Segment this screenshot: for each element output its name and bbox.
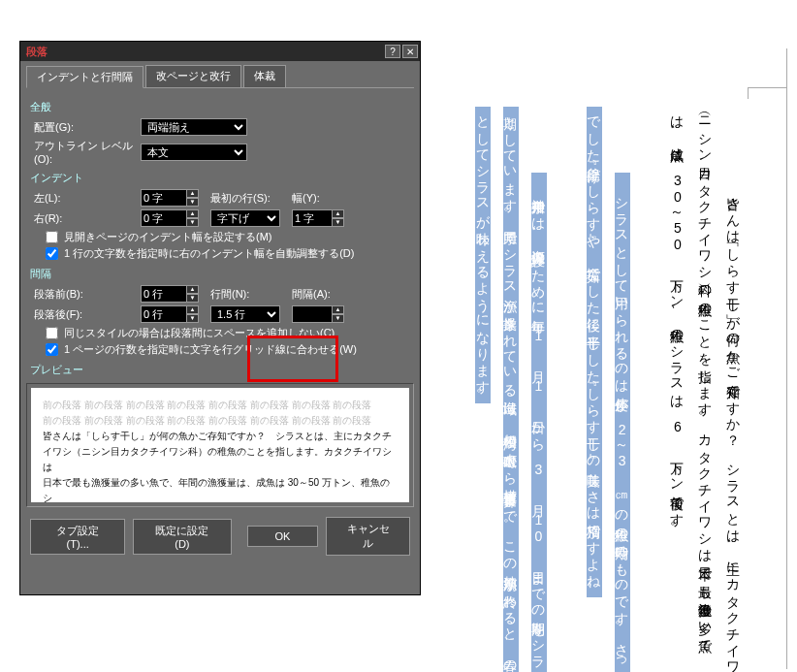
tabset-button[interactable]: タブ設定(T)... [30, 519, 125, 555]
preview-area: 前の段落 前の段落 前の段落 前の段落 前の段落 前の段落 前の段落 前の段落 … [26, 383, 414, 507]
autoadjust-checkbox[interactable] [46, 247, 58, 260]
width-label: 幅(Y): [292, 191, 362, 206]
autoadjust-label: 1 行の文字数を指定時に右のインデント幅を自動調整する(D) [64, 246, 354, 261]
after-spin[interactable]: ▲▼ [141, 305, 199, 323]
align-select[interactable]: 両端揃え [141, 118, 247, 136]
tab-indent[interactable]: インデントと行間隔 [26, 66, 143, 88]
paragraph-2-selected: シラスとして用いられるのは体長が 2～3 ㎝の稚魚の時期のものです。さっと塩茹で… [587, 107, 630, 672]
document-body[interactable]: 皆さんは「しらす干し」が何の魚かご存知ですか？ シラスとは、主にカタクチイワシ（… [441, 107, 775, 672]
dialog-title: 段落 [26, 45, 383, 59]
gridalign-label: 1 ページの行数を指定時に文字を行グリッド線に合わせる(W) [64, 342, 357, 357]
line-spacing-label: 行間(N): [210, 287, 280, 302]
gap-input[interactable] [292, 305, 333, 323]
preview-content: 前の段落 前の段落 前の段落 前の段落 前の段落 前の段落 前の段落 前の段落 … [31, 388, 409, 502]
default-button[interactable]: 既定に設定(D) [133, 519, 231, 555]
page-corner [748, 87, 786, 99]
spacing-group-label: 間隔 [30, 267, 410, 281]
indent-group-label: インデント [30, 171, 410, 185]
indent-left-label: 左(L): [34, 191, 141, 206]
tab-layout[interactable]: 体裁 [243, 65, 286, 87]
indent-right-label: 右(R): [34, 211, 141, 226]
samestyle-checkbox[interactable] [46, 327, 58, 339]
indent-right-spin[interactable]: ▲▼ [141, 209, 199, 227]
firstline-select[interactable]: 字下げ [210, 209, 280, 227]
tab-panel: 全般 配置(G): 両端揃え アウトライン レベル(O): 本文 インデント 左… [20, 88, 420, 377]
before-input[interactable] [141, 285, 187, 303]
tab-pagebreak[interactable]: 改ページと改行 [145, 65, 241, 87]
dialog-button-bar: タブ設定(T)... 既定に設定(D) OK キャンセル [20, 507, 420, 565]
general-group-label: 全般 [30, 100, 410, 114]
help-button[interactable]: ? [385, 45, 400, 58]
document-canvas: 皆さんは「しらす干し」が何の魚かご存知ですか？ シラスとは、主にカタクチイワシ（… [429, 48, 787, 669]
after-label: 段落後(F): [34, 307, 141, 322]
cancel-button[interactable]: キャンセル [326, 517, 410, 556]
paragraph-3-selected: 神奈川県では、資源保護のために毎年 1 月 1 日から 3 月 10 日までの期… [475, 107, 546, 672]
after-input[interactable] [141, 305, 187, 323]
before-spin[interactable]: ▲▼ [141, 285, 199, 303]
outline-select[interactable]: 本文 [141, 144, 247, 161]
gap-spin[interactable]: ▲▼ [292, 305, 344, 323]
firstline-label: 最初の行(S): [210, 191, 280, 206]
preview-label: プレビュー [30, 363, 410, 377]
dialog-titlebar[interactable]: 段落 ? ✕ [20, 42, 420, 61]
width-spin[interactable]: ▲▼ [292, 209, 344, 227]
indent-left-spin[interactable]: ▲▼ [141, 189, 199, 207]
before-label: 段落前(B): [34, 287, 141, 302]
mirror-checkbox[interactable] [46, 231, 58, 243]
line-spacing-select[interactable]: 1.5 行 [210, 305, 280, 323]
paragraph-1: 皆さんは「しらす干し」が何の魚かご存知ですか？ シラスとは、主にカタクチイワシ（… [670, 107, 741, 672]
gridalign-checkbox[interactable] [46, 343, 58, 356]
samestyle-label: 同じスタイルの場合は段落間にスペースを追加しない(C) [64, 326, 335, 340]
indent-right-input[interactable] [141, 209, 187, 227]
paragraph-dialog: 段落 ? ✕ インデントと行間隔 改ページと改行 体裁 全般 配置(G): 両端… [19, 41, 421, 595]
align-label: 配置(G): [34, 120, 141, 135]
dialog-tabs: インデントと行間隔 改ページと改行 体裁 [26, 65, 414, 88]
gap-label: 間隔(A): [292, 287, 362, 302]
mirror-label: 見開きページのインデント幅を設定する(M) [64, 230, 272, 244]
ok-button[interactable]: OK [247, 526, 319, 547]
indent-left-input[interactable] [141, 189, 187, 207]
close-button[interactable]: ✕ [402, 45, 418, 58]
outline-label: アウトライン レベル(O): [34, 139, 141, 165]
width-input[interactable] [292, 209, 333, 227]
